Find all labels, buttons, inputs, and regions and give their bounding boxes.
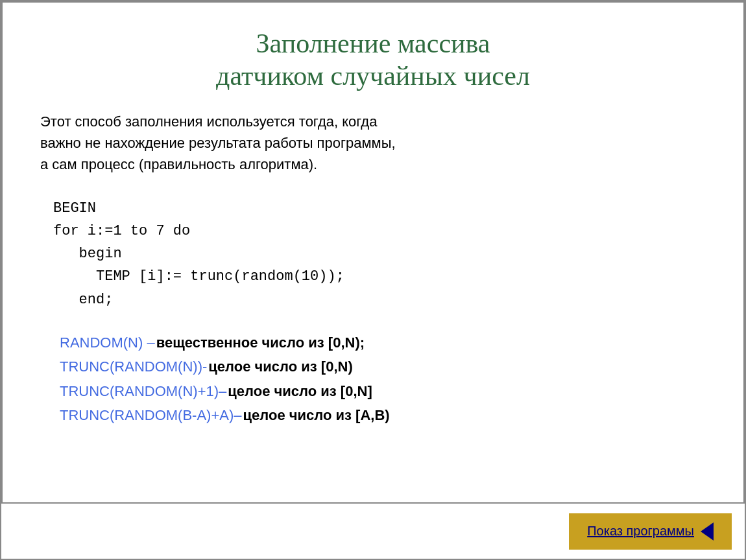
bottom-bar: Показ программы [1,504,745,559]
left-border [1,1,3,559]
slide: Заполнение массива датчиком случайных чи… [0,0,746,560]
def-text-2: целое число из [0,N) [208,355,352,379]
def-line-1: RANDOM(N) – вещественное число из [0,N); [60,331,706,355]
def-text-3: целое число из [0,N] [228,379,372,403]
code-line-5: end; [53,288,693,311]
top-border [1,1,745,3]
def-keyword-1: RANDOM(N) – [60,331,155,355]
def-keyword-4: TRUNC(RANDOM(B-A)+A)– [60,403,242,427]
definitions-block: RANDOM(N) – вещественное число из [0,N);… [40,331,706,428]
right-border [743,1,745,559]
def-line-2: TRUNC(RANDOM(N))- целое число из [0,N) [60,355,706,379]
code-line-4: TEMP [i]:= trunc(random(10)); [53,265,693,288]
code-line-1: BEGIN [53,197,693,220]
slide-title: Заполнение массива датчиком случайных чи… [40,27,706,93]
def-keyword-2: TRUNC(RANDOM(N))- [60,355,207,379]
def-line-4: TRUNC(RANDOM(B-A)+A)– целое число из [A,… [60,403,706,427]
description-text: Этот способ заполнения используется тогд… [40,111,706,175]
show-program-label: Показ программы [587,524,694,539]
def-text-4: целое число из [A,B) [243,403,390,427]
show-program-button[interactable]: Показ программы [569,513,732,550]
code-line-2: for i:=1 to 7 do [53,220,693,242]
code-block: BEGIN for i:=1 to 7 do begin TEMP [i]:= … [40,191,706,318]
code-line-3: begin [53,242,693,265]
def-text-1: вещественное число из [0,N); [156,331,365,355]
def-line-3: TRUNC(RANDOM(N)+1)– целое число из [0,N] [60,379,706,403]
def-keyword-3: TRUNC(RANDOM(N)+1)– [60,379,226,403]
arrow-left-icon [701,522,714,541]
